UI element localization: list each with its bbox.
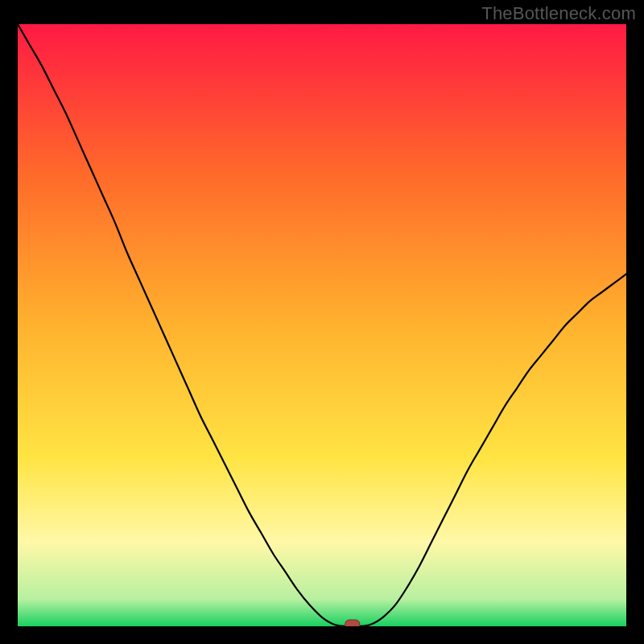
gradient-background (18, 24, 626, 626)
plot-area (18, 24, 626, 626)
watermark-text: TheBottleneck.com (481, 3, 636, 24)
operating-point-marker (345, 620, 360, 626)
bottleneck-chart (18, 24, 626, 626)
chart-frame: TheBottleneck.com (0, 0, 644, 644)
